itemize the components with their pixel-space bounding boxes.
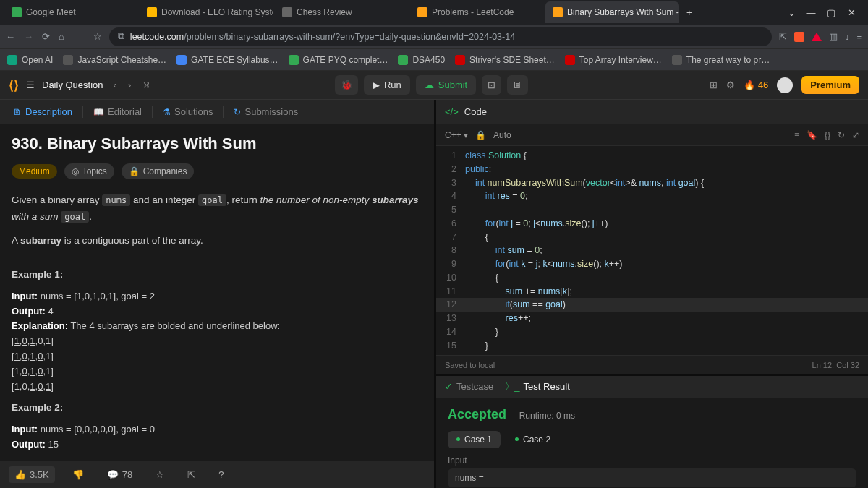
bookmark-item[interactable]: GATE ECE Syllabus…: [176, 55, 278, 65]
problem-list-icon[interactable]: ☰: [26, 80, 35, 90]
problem-list-label[interactable]: Daily Question: [42, 80, 103, 90]
braces-icon[interactable]: {}: [825, 130, 830, 140]
flask-icon: ⚗: [163, 107, 171, 117]
status-dot-icon: [515, 437, 519, 441]
home-button[interactable]: ⌂: [59, 31, 64, 42]
thumbs-up-icon: 👍: [14, 469, 26, 480]
testcase-tab[interactable]: ✓Testcase: [445, 381, 493, 392]
language-select[interactable]: C++ ▾: [445, 130, 468, 140]
premium-button[interactable]: Premium: [801, 76, 859, 94]
feedback-button[interactable]: ?: [213, 466, 229, 483]
code-panel-header: </> Code: [436, 100, 868, 124]
bookmark-star-icon[interactable]: ☆: [93, 31, 102, 42]
browser-tab[interactable]: Problems - LeetCode: [410, 1, 544, 23]
run-button[interactable]: ▶Run: [364, 75, 410, 95]
menu-icon[interactable]: ≡: [856, 31, 862, 42]
case-2-tab[interactable]: Case 2: [506, 431, 559, 448]
address-bar: ← → ⟳ ⌂ ☆ ⧉ leetcode.com/problems/binary…: [0, 25, 868, 49]
example-block: Input: nums = [1,0,1,0,1], goal = 2 Outp…: [12, 289, 422, 395]
reset-icon[interactable]: ↻: [838, 130, 845, 140]
dislike-button[interactable]: 👎: [67, 466, 90, 483]
minimize-button[interactable]: —: [806, 7, 816, 18]
share-button[interactable]: ⇱: [182, 466, 201, 483]
browser-tab[interactable]: Download - ELO Rating System in P…: [140, 1, 273, 23]
notes-button[interactable]: 🗏: [507, 75, 528, 95]
maximize-button[interactable]: ▢: [826, 7, 836, 18]
browser-tab-bar: Google Meet Download - ELO Rating System…: [0, 0, 868, 25]
download-icon[interactable]: ↓: [845, 31, 850, 42]
format-icon[interactable]: ≡: [794, 130, 799, 140]
input-label: Input: [448, 455, 856, 466]
chevron-down-icon[interactable]: ⌄: [788, 7, 796, 18]
testresult-tab[interactable]: 〉_Test Result: [505, 380, 570, 393]
bookmark-item[interactable]: The great way to pr…: [672, 55, 770, 65]
example-label: Example 2:: [12, 402, 63, 413]
document-icon: 🗎: [13, 107, 22, 117]
user-avatar[interactable]: [777, 77, 793, 93]
new-tab-button[interactable]: +: [681, 7, 698, 18]
status-dot-icon: [456, 437, 460, 441]
back-button[interactable]: ←: [6, 31, 15, 42]
cloud-upload-icon: ☁: [425, 80, 434, 90]
thumbs-down-icon: 👎: [72, 469, 84, 480]
clock-icon: ↻: [234, 107, 241, 117]
companies-chip[interactable]: 🔒Companies: [122, 163, 195, 179]
tab-editorial[interactable]: 📖Editorial: [86, 103, 149, 121]
tab-description[interactable]: 🗎Description: [6, 103, 80, 121]
leetcode-logo[interactable]: ⟨⟩: [9, 77, 19, 93]
favorite-button[interactable]: ☆: [150, 466, 170, 483]
bookmark-item[interactable]: Striver's SDE Sheet…: [455, 55, 555, 65]
tab-submissions[interactable]: ↻Submissions: [226, 103, 305, 121]
browser-tab[interactable]: Google Meet: [4, 1, 138, 23]
example-block: Input: nums = [0,0,0,0,0], goal = 0 Outp…: [12, 422, 422, 453]
share-icon[interactable]: ⇱: [779, 31, 787, 42]
play-icon: ▶: [373, 80, 380, 90]
problem-actions: 👍3.5K 👎 💬78 ☆ ⇱ ?: [0, 461, 434, 488]
problem-paragraph: A subarray is a contiguous part of the a…: [12, 233, 422, 249]
tab-solutions[interactable]: ⚗Solutions: [156, 103, 220, 121]
url-input[interactable]: ⧉ leetcode.com/problems/binary-subarrays…: [109, 27, 772, 46]
browser-tab[interactable]: Chess Review: [275, 1, 409, 23]
fire-icon: 🔥: [744, 80, 755, 90]
case-1-tab[interactable]: Case 1: [448, 431, 501, 448]
timer-button[interactable]: ⊡: [482, 75, 501, 95]
bookmark-item[interactable]: Open AI: [7, 55, 53, 65]
bookmarks-bar: Open AI JavaScript Cheatshe… GATE ECE Sy…: [0, 49, 868, 71]
extension-icon[interactable]: [812, 33, 822, 41]
prev-problem-button[interactable]: ‹: [111, 78, 119, 92]
forward-button[interactable]: →: [24, 31, 33, 42]
debug-button[interactable]: 🐞: [335, 75, 358, 95]
bookmark-item[interactable]: Top Array Interview…: [565, 55, 662, 65]
leetcode-toolbar: ⟨⟩ ☰ Daily Question ‹ › ⤭ 🐞 ▶Run ☁Submit…: [0, 71, 868, 100]
settings-icon[interactable]: ⚙: [726, 80, 735, 90]
lock-icon: ⧉: [118, 31, 124, 42]
streak-counter[interactable]: 🔥46: [744, 80, 768, 90]
layout-icon[interactable]: ⊞: [710, 80, 718, 90]
question-icon: ?: [218, 469, 224, 480]
close-window-button[interactable]: ✕: [846, 7, 856, 18]
submit-button[interactable]: ☁Submit: [416, 75, 476, 95]
bookmark-item[interactable]: GATE PYQ complet…: [289, 55, 388, 65]
check-icon: ✓: [445, 381, 453, 392]
bookmark-item[interactable]: DSA450: [398, 55, 445, 65]
reload-button[interactable]: ⟳: [42, 31, 50, 42]
example-label: Example 1:: [12, 269, 63, 280]
code-icon: </>: [445, 106, 459, 117]
browser-tab-active[interactable]: Binary Subarrays With Sum - Lee…✕: [545, 1, 679, 23]
difficulty-badge: Medium: [12, 164, 57, 179]
code-editor[interactable]: 1class Solution { 2public: 3 int numSuba…: [436, 146, 868, 355]
shuffle-button[interactable]: ⤭: [140, 78, 153, 92]
brave-shield-icon[interactable]: [794, 32, 804, 42]
comments-button[interactable]: 💬78: [101, 466, 138, 483]
auto-label[interactable]: Auto: [493, 130, 511, 140]
star-icon: ☆: [156, 469, 164, 480]
share-icon: ⇱: [187, 469, 195, 480]
topics-chip[interactable]: ◎Topics: [64, 163, 114, 179]
next-problem-button[interactable]: ›: [125, 78, 134, 92]
bookmark-icon[interactable]: 🔖: [807, 130, 817, 140]
like-button[interactable]: 👍3.5K: [9, 466, 55, 483]
problem-content: 930. Binary Subarrays With Sum Medium ◎T…: [0, 124, 434, 461]
bookmark-item[interactable]: JavaScript Cheatshe…: [63, 55, 166, 65]
fullscreen-icon[interactable]: ⤢: [852, 130, 859, 140]
wallet-icon[interactable]: ▥: [829, 31, 838, 42]
